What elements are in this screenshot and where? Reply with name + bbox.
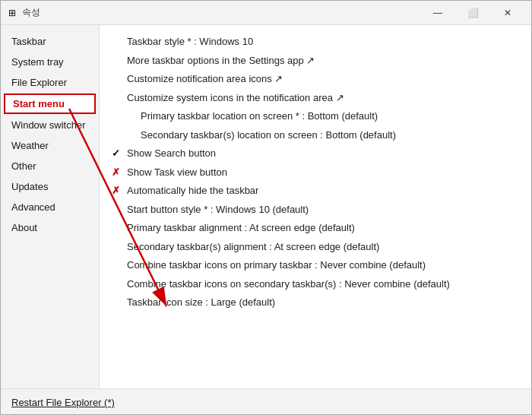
sidebar-item-advanced[interactable]: Advanced	[1, 197, 99, 217]
content-row-8: ✗ Automatically hide the taskbar	[112, 183, 519, 198]
sidebar-item-file-explorer[interactable]: File Explorer	[1, 72, 99, 93]
sidebar-item-updates[interactable]: Updates	[1, 176, 99, 197]
row-8-text: Automatically hide the taskbar	[127, 183, 258, 198]
content-row-6: ✓ Show Search button	[112, 146, 519, 161]
sidebar-item-taskbar[interactable]: Taskbar	[1, 31, 99, 52]
content-row-3: Customize system icons in the notificati…	[112, 90, 519, 106]
row-9-text: Start button style * : Windows 10 (defau…	[127, 202, 309, 217]
app-icon: ⊞	[7, 8, 17, 18]
content-row-4: Primary taskbar location on screen * : B…	[125, 109, 519, 124]
restore-button[interactable]: ⬜	[455, 1, 490, 25]
content-row-7: ✗ Show Task view button	[112, 165, 519, 180]
row-2-text: Customize notification area icons ↗	[127, 71, 283, 87]
close-button[interactable]: ✕	[490, 1, 525, 25]
content-row-14: Taskbar icon size : Large (default)	[112, 295, 519, 310]
content-row-1: More taskbar options in the Settings app…	[112, 53, 519, 68]
main-layout: Taskbar System tray File Explorer Start …	[1, 25, 531, 388]
minimize-button[interactable]: —	[420, 1, 455, 25]
sidebar-item-system-tray[interactable]: System tray	[1, 52, 99, 72]
window-controls: — ⬜ ✕	[420, 1, 525, 25]
row-4-text: Primary taskbar location on screen * : B…	[141, 109, 378, 124]
row-14-text: Taskbar icon size : Large (default)	[127, 295, 275, 310]
content-area: Taskbar style * : Windows 10 More taskba…	[100, 25, 531, 388]
row-1-text: More taskbar options in the Settings app…	[127, 53, 315, 68]
sidebar-item-window-switcher[interactable]: Window switcher	[1, 115, 99, 135]
row-0-text: Taskbar style * : Windows 10	[127, 34, 253, 49]
row-6-text: Show Search button	[127, 146, 216, 161]
row-13-text: Combine taskbar icons on secondary taskb…	[127, 277, 450, 292]
content-row-9: Start button style * : Windows 10 (defau…	[112, 202, 519, 217]
content-row-11: Secondary taskbar(s) alignment : At scre…	[112, 239, 519, 255]
footer: Restart File Explorer (*)	[1, 388, 531, 415]
sidebar-item-start-menu[interactable]: Start menu	[4, 93, 96, 114]
content-row-2: Customize notification area icons ↗	[112, 71, 519, 87]
content-row-5: Secondary taskbar(s) location on screen …	[125, 128, 519, 143]
sidebar-item-about[interactable]: About	[1, 217, 99, 238]
row-12-text: Combine taskbar icons on primary taskbar…	[127, 258, 426, 273]
sidebar-item-weather[interactable]: Weather	[1, 135, 99, 156]
content-row-13: Combine taskbar icons on secondary taskb…	[112, 277, 519, 292]
content-row-0: Taskbar style * : Windows 10	[112, 34, 519, 49]
row-5-text: Secondary taskbar(s) location on screen …	[141, 128, 396, 143]
sidebar-item-other[interactable]: Other	[1, 156, 99, 176]
content-row-12: Combine taskbar icons on primary taskbar…	[112, 258, 519, 273]
row-11-text: Secondary taskbar(s) alignment : At scre…	[127, 239, 379, 255]
title-bar: ⊞ 속성 — ⬜ ✕	[1, 1, 531, 25]
row-10-text: Primary taskbar alignment : At screen ed…	[127, 220, 355, 236]
row-7-text: Show Task view button	[127, 165, 227, 180]
row-3-text: Customize system icons in the notificati…	[127, 90, 344, 106]
title-bar-left: ⊞ 속성	[7, 6, 40, 19]
sidebar: Taskbar System tray File Explorer Start …	[1, 25, 100, 388]
restart-file-explorer-link[interactable]: Restart File Explorer (*)	[11, 397, 115, 408]
window-title: 속성	[22, 6, 40, 19]
row-6-icon: ✓	[112, 146, 125, 161]
row-7-icon: ✗	[112, 165, 125, 180]
row-8-icon: ✗	[112, 183, 125, 198]
content-row-10: Primary taskbar alignment : At screen ed…	[112, 220, 519, 236]
